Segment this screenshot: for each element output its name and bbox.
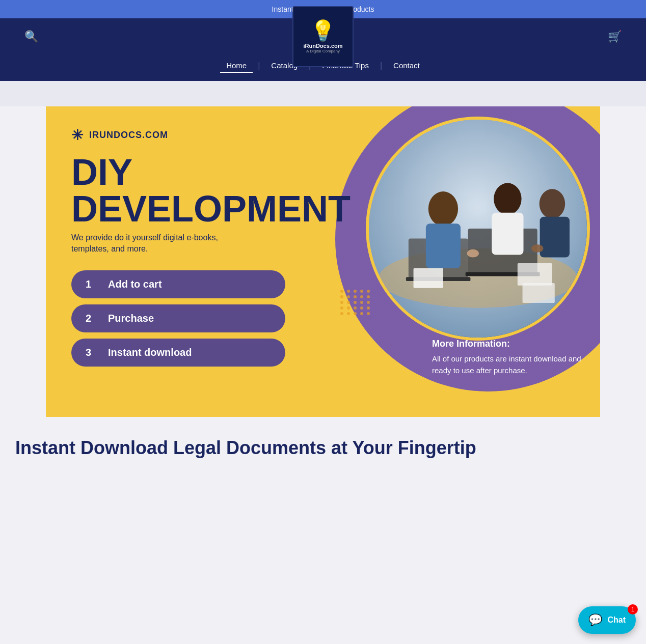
- header-left: 🔍: [20, 26, 42, 47]
- step-purchase[interactable]: 2 Purchase: [71, 304, 285, 332]
- header-spacer: [0, 81, 646, 106]
- hero-image-svg: [369, 117, 587, 341]
- hero-title-line2: DEVELOPMENT: [71, 190, 351, 227]
- svg-point-15: [467, 249, 479, 258]
- svg-rect-7: [426, 223, 461, 268]
- cart-button[interactable]: 🛒: [604, 26, 626, 47]
- cart-icon: 🛒: [608, 30, 622, 43]
- photo-inner: [369, 120, 587, 338]
- logo-name: iRunDocs.com: [303, 43, 342, 49]
- hero-left-content: ✳ IRUNDOCS.COM DIY DEVELOPMENT We provid…: [46, 106, 376, 417]
- more-info-text: All of our products are instant download…: [432, 353, 585, 376]
- more-info-title: More Information:: [432, 339, 585, 349]
- hero-title: DIY DEVELOPMENT: [71, 154, 351, 227]
- step-label-2: Purchase: [108, 313, 154, 324]
- bottom-title: Instant Download Legal Documents at Your…: [10, 437, 636, 459]
- svg-rect-12: [414, 268, 443, 288]
- svg-rect-11: [540, 217, 570, 258]
- steps-list: 1 Add to cart 2 Purchase 3 Instant downl…: [71, 270, 351, 367]
- hero-title-line1: DIY: [71, 154, 351, 190]
- step-label-3: Instant download: [108, 347, 192, 358]
- search-button[interactable]: 🔍: [20, 26, 42, 47]
- svg-point-6: [428, 191, 458, 226]
- svg-point-8: [494, 183, 521, 215]
- svg-rect-9: [492, 213, 523, 255]
- hero-right-content: More Information: All of our products ar…: [376, 106, 600, 417]
- svg-point-10: [540, 189, 566, 218]
- site-logo: 💡 iRunDocs.com A Digital Company: [292, 6, 354, 67]
- logo-icon: 💡: [310, 20, 336, 41]
- step-add-to-cart[interactable]: 1 Add to cart: [71, 270, 285, 298]
- step-number-1: 1: [86, 278, 98, 290]
- hero-brand-row: ✳ IRUNDOCS.COM: [71, 127, 351, 144]
- step-instant-download[interactable]: 3 Instant download: [71, 339, 285, 367]
- hero-brand-name: IRUNDOCS.COM: [89, 130, 168, 141]
- nav-item-home[interactable]: Home: [220, 59, 253, 73]
- header: 🔍 💡 iRunDocs.com A Digital Company 🛒: [0, 18, 646, 55]
- bottom-section: Instant Download Legal Documents at Your…: [0, 417, 646, 479]
- nav-item-contact[interactable]: Contact: [387, 59, 426, 73]
- step-number-3: 3: [86, 347, 98, 358]
- search-icon: 🔍: [24, 30, 38, 43]
- svg-rect-14: [523, 283, 555, 303]
- header-right: 🛒: [604, 26, 626, 47]
- svg-point-16: [531, 244, 543, 253]
- logo-tagline: A Digital Company: [306, 49, 340, 53]
- photo-circle: [366, 117, 590, 341]
- step-label-1: Add to cart: [108, 278, 162, 290]
- hero-subtitle: We provide do it yourself digital e-book…: [71, 232, 351, 255]
- logo-area[interactable]: 💡 iRunDocs.com A Digital Company: [292, 6, 354, 67]
- step-number-2: 2: [86, 313, 98, 324]
- star-burst-icon: ✳: [71, 127, 83, 144]
- hero-banner: ✳ IRUNDOCS.COM DIY DEVELOPMENT We provid…: [46, 106, 600, 417]
- more-info-box: More Information: All of our products ar…: [432, 339, 585, 376]
- svg-rect-13: [518, 263, 552, 286]
